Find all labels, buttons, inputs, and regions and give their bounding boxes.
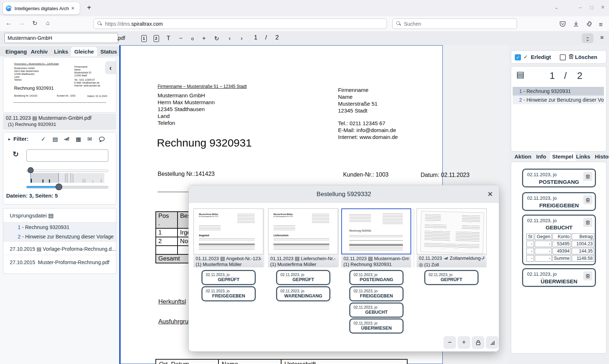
- filter-mail-icon[interactable]: ✉: [87, 136, 92, 143]
- origin-page-1[interactable]: 1 - Rechnung 9320931: [3, 222, 116, 232]
- extensions-icon[interactable]: [586, 20, 594, 28]
- doc-signature-table: Ort, Datum Name Unterschrift: [155, 359, 408, 364]
- document-name-input[interactable]: [4, 33, 118, 43]
- window-close-icon[interactable]: ✕: [601, 4, 605, 10]
- next-page-icon[interactable]: ›: [237, 34, 246, 43]
- prev-page-icon[interactable]: ‹: [225, 34, 234, 43]
- collapse-toolbar-icon[interactable]: ⌄⌄: [582, 33, 593, 43]
- thumb-divider: [349, 240, 403, 241]
- filter-grid-icon[interactable]: ▦: [76, 136, 81, 143]
- filter-check-icon[interactable]: ✓: [41, 136, 46, 143]
- pocket-icon[interactable]: [559, 20, 567, 28]
- modal-thumb-angebot[interactable]: Musterfirma Müller Ihr Servicepartner fü…: [193, 208, 263, 254]
- modal-zoom-out-button[interactable]: −: [443, 336, 456, 349]
- dock-corner-icon[interactable]: [486, 336, 499, 349]
- modal-thumb-zollanmeldung[interactable]: [417, 208, 487, 254]
- downloads-icon[interactable]: [572, 20, 580, 28]
- origin-file-2[interactable]: 27.10.2015 Muster-Proforma-Rechnung.pdf: [3, 257, 116, 268]
- forward-icon[interactable]: →: [17, 20, 26, 27]
- modal-zoom-in-button[interactable]: +: [458, 336, 470, 349]
- browser-tab[interactable]: Intelligentes digitales Arch ✕: [3, 2, 80, 14]
- modal-caption-angebot[interactable]: 01.11.2023 ▤ Angebot-Nr.-1234.pdf (1) Mu…: [193, 254, 263, 267]
- range-slider-top[interactable]: [26, 170, 108, 172]
- menu-icon[interactable]: ≡: [599, 21, 607, 29]
- thumb-table-bar: [199, 244, 255, 245]
- origin-file-1[interactable]: 27.10.2015 ▤ Vorlage-Proforma-Rechnung.d…: [3, 243, 116, 255]
- reload-icon[interactable]: ↻: [30, 20, 39, 27]
- text-tool-icon[interactable]: T: [164, 34, 173, 43]
- doc-customer-no: Kunden-Nr.: 1003: [343, 172, 388, 178]
- search-bar[interactable]: Suchen: [392, 18, 517, 29]
- modal-header[interactable]: Bestellung 5929332 ✕: [189, 185, 499, 203]
- left-sidebar: Eingang Archiv Links Gleiche Status Firm…: [0, 45, 119, 364]
- modal-caption-zollanmeldung[interactable]: 02.11.2023 Zollanmeldung-AT... ◎ (1) Zol…: [417, 254, 487, 267]
- lock-icon[interactable]: [472, 336, 484, 349]
- tab-historie[interactable]: Historie: [593, 152, 609, 161]
- stamp-posteingang: 02.11.2023, joPOSTEINGANG: [349, 270, 404, 285]
- rotate-icon[interactable]: ↻: [212, 34, 221, 43]
- thumb-filler-lines: [349, 214, 371, 223]
- page-layout-1-icon[interactable]: 1: [139, 34, 149, 43]
- browser-tab-bar: Intelligentes digitales Arch ✕ + ⌄ – ▢ ✕: [0, 0, 609, 17]
- page-list-card: ▤ 1 / 2 1 - Rechnung 9320931 2 - Hinweis…: [511, 66, 606, 152]
- tab-archiv[interactable]: Archiv: [28, 47, 51, 56]
- tab-list-chevron-icon[interactable]: ⌄: [554, 4, 559, 10]
- status-card: ✓ ✓ Erledigt Löschen: [511, 50, 606, 64]
- stamp-geprueft: 02.11.2023, joGEPRÜFT: [276, 270, 330, 285]
- page-item-2[interactable]: 2 - Hinweise zur Benutzung dieser Vo...: [513, 96, 604, 104]
- zoom-in-icon[interactable]: +: [199, 34, 209, 43]
- done-checkbox[interactable]: ✓: [515, 54, 521, 60]
- modal-close-icon[interactable]: ✕: [487, 190, 493, 198]
- tab-links[interactable]: Links: [51, 47, 71, 56]
- doc-divider: [158, 192, 189, 192]
- tab-aktion[interactable]: Aktion: [512, 152, 534, 161]
- tab-status[interactable]: Status: [97, 47, 120, 56]
- filter-input[interactable]: [26, 149, 108, 162]
- file-list-item[interactable]: 02.11.2023 ▤ Mustermann-GmbH.pdf (1) Rec…: [3, 114, 116, 130]
- thumb-recipient: Mustermann GmbH Herrn Max Mustermann 123…: [14, 67, 39, 81]
- back-icon[interactable]: ←: [4, 20, 13, 27]
- modal-thumb-rechnung[interactable]: Rechnung 9320931: [341, 208, 411, 254]
- tab-links[interactable]: Links: [574, 152, 592, 161]
- slider-handle-left[interactable]: [28, 167, 34, 173]
- stamp-ueberwiesen: 02.11.2023, jo ÜBERWIESEN: [522, 268, 596, 287]
- filter-histogram: [30, 173, 104, 183]
- tab-eingang[interactable]: Eingang: [2, 47, 30, 56]
- document-icon: ▤: [516, 69, 525, 80]
- url-bar[interactable]: https://dms.spiraltrax.com: [93, 18, 387, 29]
- tab-stempel[interactable]: Stempel: [550, 152, 575, 161]
- page-item-1[interactable]: 1 - Rechnung 9320931: [513, 87, 604, 96]
- modal-caption-rechnung[interactable]: 02.11.2023 ▤ Mustermann-Gmb... (1) Rechn…: [341, 254, 411, 267]
- window-restore-icon[interactable]: ▢: [590, 5, 593, 10]
- origin-page-2[interactable]: 2 - Hinweise zur Benutzung dieser Vorlag…: [3, 232, 116, 242]
- origin-title: Ursprungsdatei ▤: [10, 212, 54, 219]
- stamp-gebucht: 02.11.2023, jo GEBUCHT St Gegen Konto Be…: [522, 215, 596, 265]
- collapse-panel-button[interactable]: ‹: [105, 61, 116, 74]
- scan-sheet: [420, 211, 484, 254]
- file-extension-label: .pdf: [117, 35, 125, 41]
- document-thumbnail-card[interactable]: Firmenname – Musterstraße 51 – 12345 Sta…: [3, 57, 116, 113]
- filter-scanner-icon[interactable]: [63, 136, 70, 143]
- zoom-out-icon[interactable]: −: [176, 34, 185, 43]
- filter-comment-icon[interactable]: [99, 136, 105, 144]
- tab-gleiche[interactable]: Gleiche: [71, 47, 97, 56]
- modal-caption-lieferschein[interactable]: 01.11.2023 ▤ Lieferschein-Nr.-12... (1) …: [268, 254, 338, 267]
- doc-order-no: Bestellung Nr.:141423: [158, 171, 214, 177]
- doc-recipient-block: Mustermann GmbH Herrn Max Mustermann 123…: [158, 92, 215, 126]
- page-layout-2-icon[interactable]: 2: [151, 34, 161, 43]
- slider-handle-right[interactable]: [55, 183, 62, 190]
- dms-menu-icon[interactable]: ≡: [597, 33, 606, 42]
- modal-thumb-lieferschein[interactable]: Musterfirma Müller Ihr Servicepartner fü…: [268, 208, 338, 254]
- home-icon[interactable]: ⌂: [43, 20, 52, 27]
- filter-refresh-icon[interactable]: ↻: [13, 150, 19, 158]
- filter-expand-arrow-icon[interactable]: ►: [8, 137, 11, 141]
- delete-checkbox[interactable]: [560, 54, 566, 60]
- filter-document-icon[interactable]: ▤: [53, 136, 58, 143]
- tab-info[interactable]: Info: [534, 152, 548, 161]
- thumb-company: Firmenname Name Musterstraße 51 12345 St…: [74, 65, 100, 87]
- window-minimize-icon[interactable]: –: [579, 4, 582, 10]
- new-tab-button[interactable]: +: [87, 4, 91, 12]
- thumb-filler-lines: [349, 235, 403, 237]
- zoom-reset-icon[interactable]: o: [188, 34, 197, 43]
- tab-close-icon[interactable]: ✕: [71, 6, 75, 11]
